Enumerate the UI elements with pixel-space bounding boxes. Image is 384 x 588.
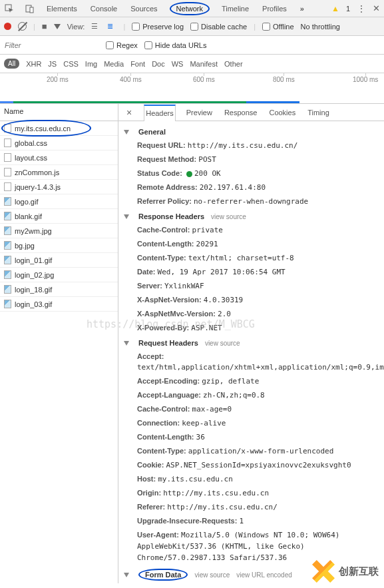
- header-value: 2.0: [218, 310, 231, 318]
- header-key: Request Method:: [137, 155, 196, 163]
- tab-cookies[interactable]: Cookies: [268, 105, 297, 120]
- tab-timeline[interactable]: Timeline: [220, 1, 250, 16]
- logo-icon: [312, 560, 335, 583]
- header-row: X-Powered-By: ASP.NET: [124, 321, 381, 335]
- filter-input[interactable]: [3, 39, 99, 51]
- request-row[interactable]: login_18.gif: [0, 282, 118, 297]
- header-key: Status Code:: [137, 169, 182, 177]
- tab-sources[interactable]: Sources: [129, 1, 158, 16]
- request-row[interactable]: logo.gif: [0, 194, 118, 209]
- type-css[interactable]: CSS: [63, 60, 79, 68]
- close-details-icon[interactable]: ×: [124, 107, 134, 118]
- small-rows-icon[interactable]: ≣: [107, 22, 116, 31]
- tab-more[interactable]: »: [299, 1, 305, 16]
- header-row: Connection: keep-alive: [124, 416, 381, 430]
- request-row[interactable]: my2wm.jpg: [0, 224, 118, 238]
- warning-icon[interactable]: ▲: [331, 4, 339, 13]
- section-header[interactable]: Request Headersview source: [124, 336, 381, 350]
- request-row[interactable]: znCommon.js: [0, 165, 118, 180]
- header-row: X-AspNet-Version: 4.0.30319: [124, 293, 381, 307]
- file-icon: [4, 182, 11, 191]
- type-xhr[interactable]: XHR: [26, 60, 41, 68]
- preserve-log-checkbox[interactable]: Preserve log: [132, 23, 184, 31]
- file-name: blank.gif: [15, 212, 42, 220]
- menu-icon[interactable]: ⋮: [357, 3, 366, 14]
- large-rows-icon[interactable]: ☰: [91, 22, 100, 31]
- request-row[interactable]: blank.gif: [0, 209, 118, 224]
- request-row[interactable]: jquery-1.4.3.js: [0, 180, 118, 194]
- name-column-header[interactable]: Name: [0, 104, 118, 121]
- section-header[interactable]: Response Headersview source: [124, 210, 381, 223]
- header-value: 202.197.61.4:80: [200, 183, 266, 192]
- type-other[interactable]: Other: [224, 60, 243, 68]
- file-icon: [4, 300, 11, 308]
- request-row[interactable]: bg.jpg: [0, 238, 118, 253]
- offline-checkbox[interactable]: Offline: [262, 23, 294, 31]
- view-label: View:: [67, 23, 85, 31]
- capture-screenshot-icon[interactable]: ■‍: [42, 21, 47, 31]
- request-row[interactable]: global.css: [0, 136, 118, 150]
- inspect-icon[interactable]: [4, 3, 14, 13]
- svg-rect-2: [30, 7, 33, 13]
- type-font[interactable]: Font: [130, 60, 145, 68]
- type-img[interactable]: Img: [85, 60, 97, 68]
- disclosure-triangle-icon: [124, 130, 129, 135]
- header-key: Referer:: [137, 503, 165, 511]
- tab-profiles[interactable]: Profiles: [261, 1, 288, 16]
- tab-console[interactable]: Console: [89, 1, 118, 16]
- header-key: Accept:: [137, 352, 164, 360]
- type-js[interactable]: JS: [48, 60, 57, 68]
- throttling-select[interactable]: No throttling: [301, 23, 340, 31]
- type-doc[interactable]: Doc: [152, 60, 165, 68]
- tick-800: 800 ms: [273, 76, 295, 83]
- view-source-link[interactable]: view source: [205, 340, 240, 347]
- tab-preview[interactable]: Preview: [185, 105, 214, 120]
- clear-button[interactable]: [18, 22, 27, 31]
- topbar-right: ▲ 1 ⋮ ✕: [331, 3, 380, 14]
- device-icon[interactable]: [25, 3, 35, 13]
- disclosure-triangle-icon: [124, 341, 129, 346]
- view-url-encoded-link[interactable]: view URL encoded: [236, 571, 292, 579]
- view-source-link[interactable]: view source: [211, 213, 246, 220]
- timeline-overview[interactable]: 200 ms 400 ms 600 ms 800 ms 1000 ms: [0, 73, 384, 104]
- request-row[interactable]: login_01.gif: [0, 253, 118, 268]
- disable-cache-checkbox[interactable]: Disable cache: [190, 23, 247, 31]
- record-button[interactable]: [4, 23, 11, 30]
- header-row: Server: YxlinkWAF: [124, 279, 381, 293]
- section-title: General: [138, 128, 166, 136]
- request-row[interactable]: login_02.jpg: [0, 268, 118, 282]
- header-value: zh-CN,zh;q=0.8: [203, 391, 265, 400]
- header-row: Content-Type: application/x-www-form-url…: [124, 444, 381, 458]
- tab-elements[interactable]: Elements: [45, 1, 79, 16]
- request-list: Name my.its.csu.edu.cnglobal.csslayout.c…: [0, 104, 118, 583]
- close-devtools-icon[interactable]: ✕: [373, 3, 380, 13]
- regex-checkbox[interactable]: Regex: [106, 41, 138, 49]
- tab-network[interactable]: Network: [170, 2, 210, 15]
- type-ws[interactable]: WS: [172, 60, 184, 68]
- type-media[interactable]: Media: [104, 60, 124, 68]
- request-row[interactable]: layout.css: [0, 150, 118, 165]
- view-source-link[interactable]: view source: [194, 571, 230, 579]
- file-name: znCommon.js: [15, 168, 59, 176]
- disclosure-triangle-icon: [124, 214, 129, 219]
- status-dot-icon: [186, 171, 192, 177]
- devtools-tabs: Elements Console Sources Network Timelin…: [0, 0, 384, 17]
- section-title: Response Headers: [138, 212, 204, 220]
- type-manifest[interactable]: Manifest: [190, 60, 218, 68]
- hide-data-urls-checkbox[interactable]: Hide data URLs: [144, 41, 207, 49]
- filter-toggle-icon[interactable]: [54, 24, 61, 29]
- header-value: 20291: [196, 240, 218, 248]
- request-row[interactable]: my.its.csu.edu.cn: [0, 121, 118, 136]
- request-row[interactable]: login_03.gif: [0, 297, 118, 312]
- section-title: Form Data: [138, 569, 188, 581]
- file-name: my.its.csu.edu.cn: [15, 125, 71, 133]
- filter-bar: Regex Hide data URLs: [0, 36, 384, 55]
- type-all[interactable]: All: [4, 59, 19, 69]
- tab-headers[interactable]: Headers: [144, 105, 176, 121]
- tab-timing[interactable]: Timing: [306, 105, 331, 120]
- details-tabs: × Headers Preview Response Cookies Timin…: [118, 104, 384, 121]
- tab-response[interactable]: Response: [223, 105, 259, 120]
- file-name: global.css: [15, 139, 47, 147]
- file-name: my2wm.jpg: [15, 227, 52, 235]
- section-header[interactable]: General: [124, 125, 381, 139]
